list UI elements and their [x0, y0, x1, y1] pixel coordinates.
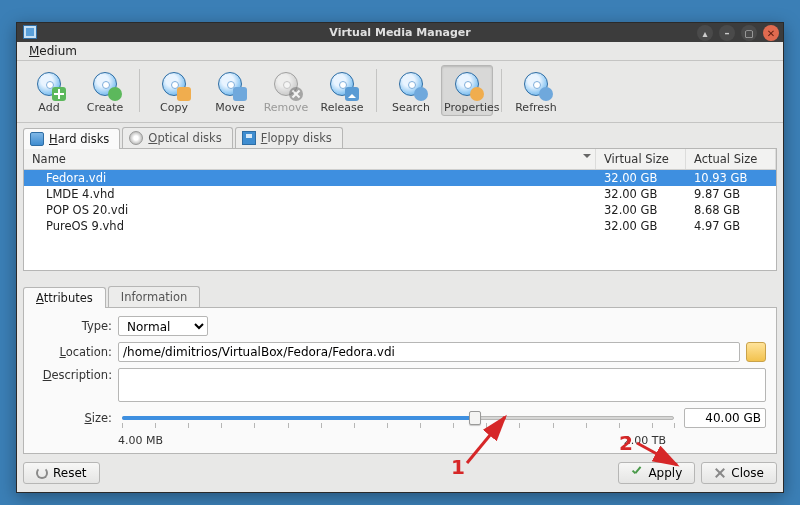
close-icon	[714, 467, 726, 479]
shade-window-icon[interactable]: ▴	[697, 25, 713, 41]
dot-icon	[108, 87, 122, 101]
add-button[interactable]: Add	[23, 65, 75, 116]
cell-name: LMDE 4.vhd	[24, 186, 596, 202]
window-title: Virtual Media Manager	[17, 26, 783, 39]
refresh-button[interactable]: Refresh	[510, 65, 562, 116]
copy-button[interactable]: Copy	[148, 65, 200, 116]
move-icon	[233, 87, 247, 101]
dialog-footer: Reset Apply Close	[17, 460, 783, 492]
copy-icon	[177, 87, 191, 101]
create-button[interactable]: Create	[79, 65, 131, 116]
cell-virtual-size: 32.00 GB	[596, 218, 686, 234]
cell-name: POP OS 20.vdi	[24, 202, 596, 218]
location-label: Location:	[34, 345, 112, 359]
cell-actual-size: 8.68 GB	[686, 202, 776, 218]
refresh-icon	[539, 87, 553, 101]
location-input[interactable]	[118, 342, 740, 362]
tab-information[interactable]: Information	[108, 286, 201, 307]
tab-optical-disks[interactable]: Optical disks	[122, 127, 232, 148]
properties-button[interactable]: Properties	[441, 65, 493, 116]
separator	[376, 69, 377, 112]
minimize-window-icon[interactable]: –	[719, 25, 735, 41]
slider-thumb[interactable]	[469, 411, 481, 425]
menu-medium[interactable]: Medium	[23, 42, 83, 60]
gear-icon	[470, 87, 484, 101]
close-button[interactable]: Close	[701, 462, 777, 484]
cell-actual-size: 4.97 GB	[686, 218, 776, 234]
reset-button[interactable]: Reset	[23, 462, 100, 484]
cell-name: PureOS 9.vhd	[24, 218, 596, 234]
cell-actual-size: 10.93 GB	[686, 170, 776, 186]
media-type-tabs: Hard disks Optical disks Floppy disks	[17, 123, 783, 148]
table-row[interactable]: POP OS 20.vdi32.00 GB8.68 GB	[24, 202, 776, 218]
col-actual-size[interactable]: Actual Size	[686, 149, 776, 170]
remove-button: Remove	[260, 65, 312, 116]
menu-bar: Medium	[17, 42, 783, 61]
check-icon	[631, 467, 643, 479]
size-max-label: 2.00 TB	[624, 434, 666, 447]
title-bar: Virtual Media Manager ▴ – ▢ ✕	[17, 23, 783, 42]
browse-folder-button[interactable]	[746, 342, 766, 362]
size-slider[interactable]	[122, 409, 674, 427]
reset-icon	[36, 467, 48, 479]
cell-actual-size: 9.87 GB	[686, 186, 776, 202]
cell-name: Fedora.vdi	[24, 170, 596, 186]
separator	[501, 69, 502, 112]
hard-disk-icon	[30, 132, 44, 146]
maximize-window-icon[interactable]: ▢	[741, 25, 757, 41]
slider-fill	[122, 416, 475, 420]
slider-ticks	[122, 423, 674, 428]
description-label: Description:	[34, 368, 112, 382]
size-label: Size:	[34, 411, 112, 425]
attribute-tabs: Attributes Information	[23, 286, 777, 307]
apply-button[interactable]: Apply	[618, 462, 695, 484]
description-textarea[interactable]	[118, 368, 766, 402]
col-name[interactable]: Name	[24, 149, 596, 170]
release-button[interactable]: Release	[316, 65, 368, 116]
cell-virtual-size: 32.00 GB	[596, 170, 686, 186]
tab-hard-disks[interactable]: Hard disks	[23, 128, 120, 149]
cell-virtual-size: 32.00 GB	[596, 202, 686, 218]
cell-virtual-size: 32.00 GB	[596, 186, 686, 202]
type-select[interactable]: Normal	[118, 316, 208, 336]
move-button[interactable]: Move	[204, 65, 256, 116]
virtual-media-manager-window: Virtual Media Manager ▴ – ▢ ✕ Medium Add…	[16, 22, 784, 493]
release-icon	[345, 87, 359, 101]
disk-table: Name Virtual Size Actual Size	[24, 149, 776, 170]
tab-floppy-disks[interactable]: Floppy disks	[235, 127, 343, 148]
table-row[interactable]: LMDE 4.vhd32.00 GB9.87 GB	[24, 186, 776, 202]
type-label: Type:	[34, 319, 112, 333]
tab-attributes[interactable]: Attributes	[23, 287, 106, 308]
floppy-disk-icon	[242, 131, 256, 145]
table-row[interactable]: PureOS 9.vhd32.00 GB4.97 GB	[24, 218, 776, 234]
separator	[139, 69, 140, 112]
size-input[interactable]	[684, 408, 766, 428]
remove-icon	[289, 87, 303, 101]
search-icon	[414, 87, 428, 101]
toolbar: Add Create Copy Move Remove Release Sear…	[17, 61, 783, 123]
plus-icon	[52, 87, 66, 101]
disk-list-panel: Name Virtual Size Actual Size Fedora.vdi…	[23, 148, 777, 271]
optical-disk-icon	[129, 131, 143, 145]
sort-desc-icon	[583, 154, 591, 162]
size-min-label: 4.00 MB	[118, 434, 163, 447]
search-button[interactable]: Search	[385, 65, 437, 116]
table-row[interactable]: Fedora.vdi32.00 GB10.93 GB	[24, 170, 776, 186]
attributes-panel: Type: Normal Location: Description: Size…	[23, 307, 777, 454]
close-window-icon[interactable]: ✕	[763, 25, 779, 41]
col-virtual-size[interactable]: Virtual Size	[596, 149, 686, 170]
